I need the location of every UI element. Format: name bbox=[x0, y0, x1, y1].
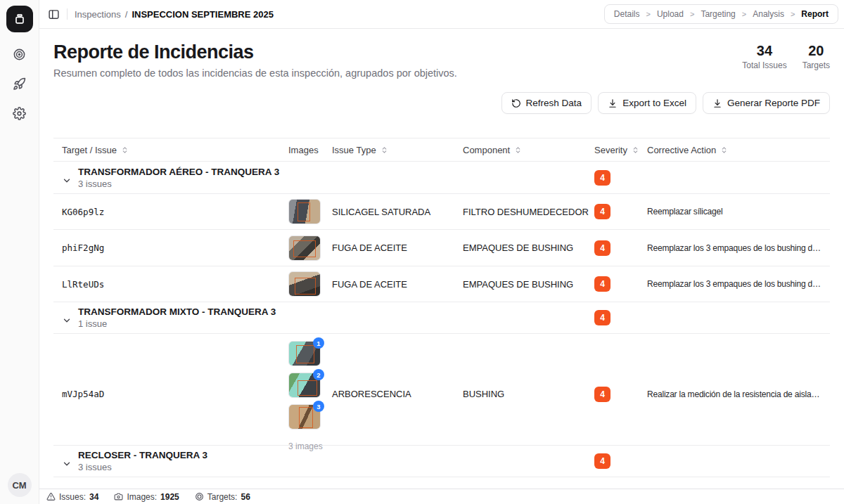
action-buttons: Refresh Data Export to Excel bbox=[53, 92, 830, 114]
detection-bbox bbox=[299, 407, 313, 428]
refresh-data-button[interactable]: Refresh Data bbox=[501, 92, 592, 114]
step-separator: > bbox=[646, 10, 650, 18]
column-severity[interactable]: Severity bbox=[594, 145, 647, 155]
target-icon[interactable] bbox=[11, 45, 29, 63]
stat-value: 20 bbox=[803, 43, 830, 59]
table-row[interactable]: mVJp54aD 1 2 3 3 images ARBORESCENC bbox=[53, 334, 830, 446]
content: Reporte de Incidencias Resumen completo … bbox=[39, 29, 844, 489]
group-name: TRANSFORMADOR MIXTO - TRANQUERA 3 bbox=[78, 306, 276, 317]
issues-table: Target / Issue Images Issue Type Compone… bbox=[53, 138, 830, 489]
status-label: Targets: bbox=[207, 492, 238, 502]
sidebar-toggle-icon[interactable] bbox=[48, 8, 60, 20]
step-separator: > bbox=[742, 10, 746, 18]
sort-icon[interactable] bbox=[121, 146, 129, 154]
step-report[interactable]: Report bbox=[801, 9, 829, 19]
sort-icon[interactable] bbox=[720, 146, 728, 154]
stat-total-issues: 34 Total Issues bbox=[742, 43, 786, 70]
detection-bbox bbox=[298, 202, 310, 221]
stat-label: Total Issues bbox=[742, 60, 786, 70]
breadcrumb: Inspections / INSPECCION SEPTIEMBRE 2025 bbox=[75, 9, 274, 20]
sort-icon[interactable] bbox=[632, 146, 639, 154]
severity-badge: 4 bbox=[594, 276, 610, 292]
stat-value: 34 bbox=[742, 43, 786, 59]
issue-thumbnail[interactable] bbox=[288, 271, 321, 297]
column-component[interactable]: Component bbox=[463, 145, 594, 155]
stat-targets: 20 Targets bbox=[803, 43, 830, 70]
column-images: Images bbox=[288, 145, 332, 155]
step-upload[interactable]: Upload bbox=[657, 9, 684, 19]
chevron-down-icon[interactable] bbox=[62, 459, 72, 469]
issue-thumbnail[interactable]: 1 bbox=[288, 341, 321, 366]
issue-type: ARBORESCENCIA bbox=[332, 389, 463, 399]
table-row[interactable]: KG06p9lz SILICAGEL SATURADA FILTRO DESHU… bbox=[53, 194, 830, 230]
button-label: Export to Excel bbox=[622, 98, 686, 108]
step-targeting[interactable]: Targeting bbox=[701, 9, 735, 19]
chevron-down-icon[interactable] bbox=[62, 176, 72, 186]
table-row-partial[interactable] bbox=[53, 477, 830, 489]
severity-badge: 4 bbox=[594, 240, 610, 256]
settings-gear-icon[interactable] bbox=[11, 104, 29, 122]
severity-badge: 4 bbox=[594, 204, 610, 219]
status-value: 1925 bbox=[160, 492, 179, 502]
status-value: 56 bbox=[241, 492, 250, 502]
stat-label: Targets bbox=[803, 60, 830, 70]
corrective-action: Reemplazar los 3 empaques de los bushing… bbox=[647, 243, 830, 253]
issue-thumbnail[interactable]: 3 bbox=[288, 404, 321, 429]
detection-bbox bbox=[295, 278, 316, 295]
table-row[interactable]: LlRteUDs FUGA DE ACEITE EMPAQUES DE BUSH… bbox=[53, 266, 830, 302]
generate-pdf-button[interactable]: Generar Reporte PDF bbox=[703, 92, 830, 114]
status-label: Images: bbox=[127, 492, 157, 502]
download-icon bbox=[608, 98, 618, 108]
step-details[interactable]: Details bbox=[614, 9, 640, 19]
divider bbox=[67, 8, 68, 20]
issue-id: phiF2gNg bbox=[53, 243, 288, 253]
main-panel: Inspections / INSPECCION SEPTIEMBRE 2025… bbox=[39, 0, 844, 504]
group-row[interactable]: TRANSFORMADOR AÉREO - TRANQUERA 3 3 issu… bbox=[53, 162, 830, 194]
group-issue-count: 3 issues bbox=[78, 462, 207, 472]
severity-badge: 4 bbox=[594, 453, 610, 469]
table-row[interactable]: phiF2gNg FUGA DE ACEITE EMPAQUES DE BUSH… bbox=[53, 230, 830, 266]
header-stats: 34 Total Issues 20 Targets bbox=[742, 41, 830, 70]
column-issue-type[interactable]: Issue Type bbox=[332, 145, 463, 155]
target-icon bbox=[195, 492, 204, 501]
group-issue-count: 3 issues bbox=[78, 179, 279, 189]
status-label: Issues: bbox=[59, 492, 86, 502]
group-name: TRANSFORMADOR AÉREO - TRANQUERA 3 bbox=[78, 167, 279, 177]
sort-icon[interactable] bbox=[381, 146, 388, 154]
image-stack: 1 2 3 3 images bbox=[288, 334, 332, 454]
breadcrumb-separator: / bbox=[125, 9, 128, 20]
status-images: Images: 1925 bbox=[114, 492, 179, 502]
column-target-issue[interactable]: Target / Issue bbox=[53, 145, 288, 155]
button-label: Generar Reporte PDF bbox=[727, 98, 820, 108]
rocket-icon[interactable] bbox=[11, 75, 29, 93]
severity-badge: 4 bbox=[594, 170, 610, 186]
detection-bbox bbox=[293, 240, 316, 257]
export-excel-button[interactable]: Export to Excel bbox=[598, 92, 696, 114]
refresh-icon bbox=[511, 98, 521, 108]
issue-thumbnail[interactable] bbox=[288, 235, 321, 261]
top-bar: Inspections / INSPECCION SEPTIEMBRE 2025… bbox=[39, 0, 844, 29]
download-icon bbox=[712, 98, 722, 108]
issue-thumbnail[interactable] bbox=[288, 199, 321, 224]
severity-badge: 4 bbox=[594, 387, 610, 402]
group-row[interactable]: TRANSFORMADOR MIXTO - TRANQUERA 3 1 issu… bbox=[53, 302, 830, 334]
component: FILTRO DESHUMEDECEDOR bbox=[463, 207, 594, 217]
step-separator: > bbox=[791, 10, 795, 18]
issue-thumbnail[interactable]: 2 bbox=[288, 373, 321, 398]
sidebar-nav bbox=[11, 45, 29, 122]
breadcrumb-section[interactable]: Inspections bbox=[75, 9, 121, 20]
chevron-down-icon[interactable] bbox=[62, 316, 72, 325]
user-avatar[interactable]: CM bbox=[8, 473, 32, 497]
app-logo[interactable] bbox=[6, 6, 33, 32]
step-analysis[interactable]: Analysis bbox=[753, 9, 784, 19]
sort-icon[interactable] bbox=[514, 146, 522, 154]
breadcrumb-current: INSPECCION SEPTIEMBRE 2025 bbox=[132, 9, 274, 20]
group-row[interactable]: RECLOSER - TRANQUERA 3 3 issues 4 bbox=[53, 446, 830, 477]
issue-id: mVJp54aD bbox=[53, 389, 288, 399]
column-corrective-action[interactable]: Corrective Action bbox=[647, 145, 830, 155]
drone-box-icon bbox=[13, 12, 27, 26]
status-issues: Issues: 34 bbox=[46, 492, 98, 502]
corrective-action: Reemplazar sílicagel bbox=[647, 207, 830, 217]
workflow-stepper: Details > Upload > Targeting > Analysis … bbox=[604, 4, 838, 24]
issue-type: FUGA DE ACEITE bbox=[332, 279, 463, 290]
